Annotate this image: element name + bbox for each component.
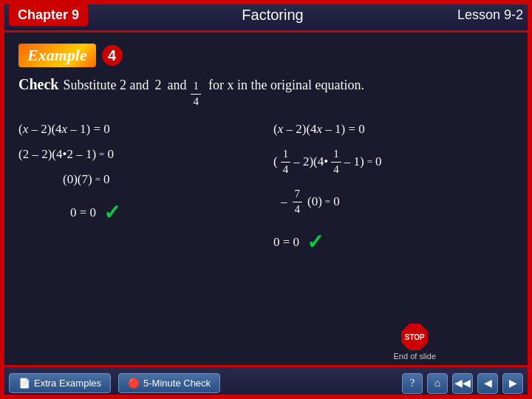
footer-left: 📄 Extra Examples 🔴 5-Minute Check (9, 373, 220, 393)
stop-text: STOP (405, 333, 425, 341)
right-eq4: 0 = 0 ✓ (273, 230, 324, 254)
right-frac1: 1 4 (281, 147, 291, 177)
stop-sign-area: STOP End of slide (394, 324, 436, 361)
check-word: Check (18, 76, 58, 93)
example-number: 4 (102, 45, 123, 66)
right-frac2: 1 4 (331, 147, 341, 177)
right-column: (x – 2)(4x – 1) = 0 ( 1 4 – 2)(4• 1 4 – … (273, 122, 514, 254)
footer: 📄 Extra Examples 🔴 5-Minute Check ? ⌂ ◀◀… (0, 365, 532, 399)
left-eq2: (2 – 2)(4•2 – 1) = 0 (18, 147, 114, 162)
help-button[interactable]: ? (402, 373, 423, 394)
check-and: and (167, 78, 186, 93)
check-fraction: 1 4 (191, 79, 201, 109)
check-description: Substitute 2 and (63, 78, 149, 93)
extra-examples-button[interactable]: 📄 Extra Examples (9, 373, 111, 393)
check-line: Check Substitute 2 and 2 and 1 4 for x i… (18, 76, 514, 109)
chapter-label: Chapter 9 (9, 4, 88, 26)
lesson-label: Lesson 9-2 (457, 7, 523, 23)
left-eq3: (0)(7) = 0 (18, 172, 110, 187)
five-minute-label: 5-Minute Check (143, 378, 211, 389)
check-suffix: for x in the original equation. (208, 78, 364, 93)
five-minute-icon: 🔴 (128, 378, 140, 389)
extra-examples-icon: 📄 (18, 378, 30, 389)
check-number-2: 2 (154, 78, 161, 93)
header-title: Factoring (242, 7, 303, 24)
five-minute-check-button[interactable]: 🔴 5-Minute Check (118, 373, 220, 393)
home-button[interactable]: ⌂ (427, 373, 448, 394)
right-eq3: – 7 4 (0) = 0 (273, 187, 340, 216)
forward-button[interactable]: ▶ (502, 373, 523, 394)
equations-area: (x – 2)(4x – 1) = 0 (2 – 2)(4•2 – 1) = 0… (18, 122, 514, 254)
fraction-denominator: 4 (191, 95, 201, 109)
left-column: (x – 2)(4x – 1) = 0 (2 – 2)(4•2 – 1) = 0… (18, 122, 259, 254)
right-frac3: 7 4 (293, 187, 303, 216)
right-eq1: (x – 2)(4x – 1) = 0 (273, 122, 365, 137)
end-slide-label: End of slide (394, 352, 436, 361)
skip-back-button[interactable]: ◀◀ (452, 373, 473, 394)
back-button[interactable]: ◀ (477, 373, 498, 394)
left-eq1: (x – 2)(4x – 1) = 0 (18, 122, 110, 137)
right-checkmark: ✓ (307, 230, 324, 254)
header: Chapter 9 Factoring Lesson 9-2 (0, 0, 532, 33)
left-checkmark: ✓ (103, 200, 120, 225)
left-eq4: 0 = 0 ✓ (18, 200, 120, 225)
stop-octagon: STOP (401, 324, 428, 350)
main-content: Example 4 Check Substitute 2 and 2 and 1… (0, 33, 532, 365)
extra-examples-label: Extra Examples (34, 378, 101, 389)
right-eq2: ( 1 4 – 2)(4• 1 4 – 1) = 0 (273, 147, 381, 177)
example-label: Example (18, 44, 96, 67)
example-badge: Example 4 (18, 44, 123, 67)
footer-right: ? ⌂ ◀◀ ◀ ▶ (402, 373, 523, 394)
fraction-numerator: 1 (191, 79, 201, 95)
